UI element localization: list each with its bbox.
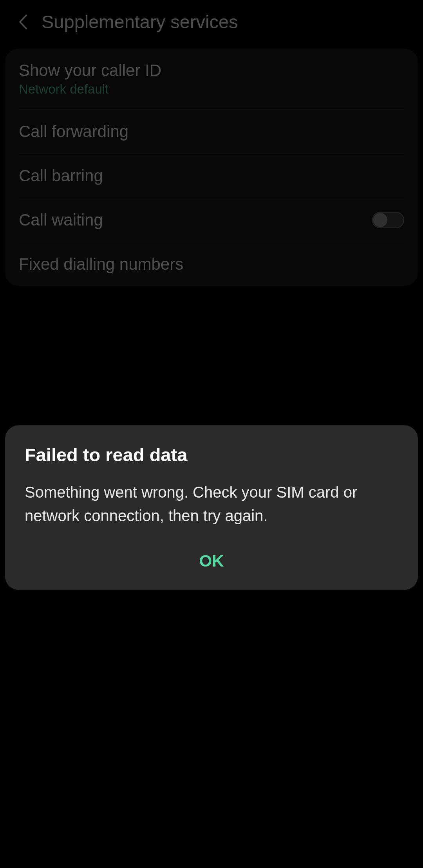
caller-id-item[interactable]: Show your caller ID Network default [19,49,404,110]
dialog-message: Something went wrong. Check your SIM car… [25,480,398,527]
toggle-knob [373,213,387,227]
call-waiting-title: Call waiting [19,211,103,229]
call-forwarding-item[interactable]: Call forwarding [19,110,404,154]
call-waiting-toggle[interactable] [372,212,404,228]
caller-id-value: Network default [19,82,161,97]
call-waiting-item[interactable]: Call waiting [19,198,404,242]
page-title: Supplementary services [42,11,238,32]
dialog-title: Failed to read data [25,444,398,466]
settings-card: Show your caller ID Network default Call… [5,49,418,286]
error-dialog: Failed to read data Something went wrong… [5,425,418,590]
ok-button[interactable]: OK [25,547,398,575]
back-icon[interactable] [18,14,28,30]
call-barring-item[interactable]: Call barring [19,154,404,198]
fixed-dialling-item[interactable]: Fixed dialling numbers [19,242,404,286]
fixed-dialling-title: Fixed dialling numbers [19,255,183,274]
caller-id-title: Show your caller ID [19,61,161,80]
call-barring-title: Call barring [19,166,103,185]
call-forwarding-title: Call forwarding [19,122,128,141]
page-header: Supplementary services [0,0,423,43]
